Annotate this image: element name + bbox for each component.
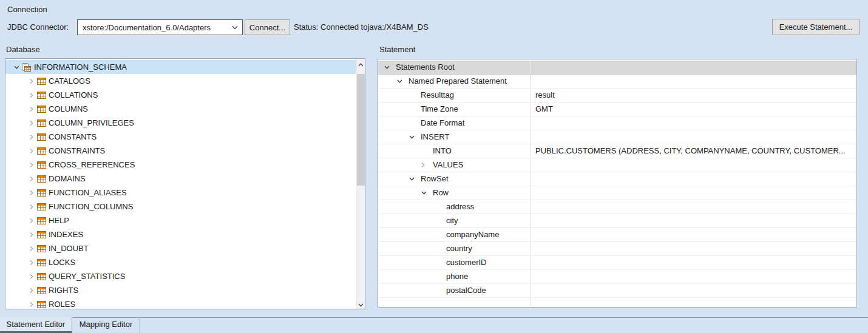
chevron-right-icon[interactable] (30, 134, 33, 140)
chevron-down-icon[interactable] (421, 191, 427, 195)
chevron-down-icon[interactable] (384, 66, 390, 69)
statement-row-name[interactable]: Time Zone (378, 103, 531, 116)
statement-row-name[interactable]: postalCode (378, 284, 531, 297)
statement-row-name[interactable]: country (378, 242, 531, 255)
chevron-right-icon[interactable] (30, 246, 33, 251)
table-icon (37, 92, 46, 99)
tab-statement-editor[interactable]: Statement Editor (0, 317, 72, 333)
tab-mapping-editor[interactable]: Mapping Editor (72, 317, 140, 333)
scrollbar-down-button[interactable] (357, 299, 365, 309)
database-tree-item[interactable]: COLUMN_PRIVILEGES (5, 116, 356, 130)
chevron-right-icon[interactable] (30, 190, 33, 195)
connect-button[interactable]: Connect... (245, 19, 290, 35)
chevron-right-icon[interactable] (30, 162, 33, 167)
database-tree-item[interactable]: CONSTRAINTS (5, 144, 356, 158)
statement-row-name[interactable]: RowSet (378, 172, 531, 186)
database-tree-item[interactable]: DOMAINS (5, 172, 356, 186)
statement-row-name[interactable]: Named Prepared Statement (378, 75, 531, 88)
execute-statement-button[interactable]: Execute Statement... (772, 19, 860, 35)
chevron-right-icon[interactable] (30, 148, 33, 153)
database-tree-item[interactable]: CONSTANTS (5, 130, 356, 144)
statement-row: address (378, 200, 856, 214)
table-icon (37, 217, 46, 224)
statement-row: Resulttagresult (378, 89, 856, 103)
statement-row-name[interactable]: customerID (378, 256, 531, 269)
statement-row-name[interactable]: Row (378, 186, 531, 200)
chevron-right-icon[interactable] (30, 218, 33, 223)
jdbc-connector-select[interactable]: xstore:/Documentation_6.0/Adapters (77, 19, 243, 35)
chevron-right-icon[interactable] (30, 78, 33, 84)
database-scrollbar[interactable] (356, 59, 365, 309)
scrollbar-up-button[interactable] (357, 59, 365, 69)
database-tree-item[interactable]: HELP (5, 214, 356, 227)
statement-row-label: VALUES (378, 158, 530, 172)
chevron-right-icon[interactable] (421, 163, 425, 168)
tree-item-label: CONSTRAINTS (5, 144, 356, 158)
database-tree-item[interactable]: CROSS_REFERENCES (5, 158, 356, 172)
database-tree-item[interactable]: LOCKS (5, 255, 356, 269)
statement-row-name[interactable]: Date Format (378, 116, 531, 130)
chevron-right-icon[interactable] (30, 274, 33, 279)
chevron-right-icon[interactable] (30, 106, 33, 112)
database-tree-item[interactable]: IN_DOUBT (5, 241, 356, 255)
tree-item-label: IN_DOUBT (5, 241, 356, 255)
statement-row-value[interactable] (531, 284, 856, 297)
database-tree-item[interactable]: INDEXES (5, 227, 356, 241)
chevron-down-icon[interactable] (409, 177, 415, 181)
statement-row-name[interactable]: city (378, 214, 531, 227)
chevron-right-icon[interactable] (30, 232, 33, 237)
database-tree-item[interactable]: RIGHTS (5, 283, 356, 297)
database-tree-item[interactable]: COLUMNS (5, 102, 356, 116)
chevron-right-icon[interactable] (30, 260, 33, 265)
statement-row-label: Date Format (378, 116, 530, 130)
statement-row: Row (378, 186, 856, 200)
database-tree-item[interactable]: INFORMATION_SCHEMA (5, 60, 356, 74)
statement-row-value[interactable] (531, 186, 856, 200)
statement-row-value[interactable] (531, 256, 856, 269)
chevron-right-icon[interactable] (30, 288, 33, 293)
statement-row-name[interactable]: Resulttag (378, 89, 531, 102)
chevron-right-icon[interactable] (30, 176, 33, 181)
chevron-right-icon[interactable] (30, 301, 33, 307)
statement-row-label: Statements Root (378, 61, 530, 74)
statement-row-label: Time Zone (378, 103, 530, 116)
statement-row-value[interactable] (531, 200, 856, 214)
statement-row-value[interactable] (531, 172, 856, 186)
database-tree-item[interactable]: FUNCTION_COLUMNS (5, 200, 356, 214)
database-tree-item[interactable]: CATALOGS (5, 74, 356, 88)
statement-row-value[interactable] (531, 130, 856, 144)
statement-row-value[interactable] (531, 242, 856, 255)
chevron-down-icon[interactable] (397, 79, 402, 83)
statement-row-value[interactable] (531, 61, 856, 74)
statement-row-value[interactable] (531, 214, 856, 227)
statement-row-value[interactable]: result (531, 89, 856, 102)
chevron-right-icon[interactable] (30, 204, 33, 209)
database-tree-item[interactable]: QUERY_STATISTICS (5, 269, 356, 283)
tab-strip-border (72, 317, 868, 318)
table-icon (37, 189, 46, 197)
statement-row-name[interactable]: phone (378, 270, 531, 283)
statement-row-name[interactable]: VALUES (378, 158, 531, 172)
statement-row-name[interactable]: Statements Root (378, 61, 531, 74)
statement-row-value[interactable] (531, 116, 856, 130)
statement-row-value[interactable] (531, 158, 856, 172)
statement-tree-table: Statements RootNamed Prepared StatementR… (378, 59, 856, 307)
chevron-right-icon[interactable] (30, 120, 33, 126)
chevron-right-icon[interactable] (30, 92, 33, 98)
statement-row-name[interactable]: INTO (378, 144, 531, 158)
statement-row-value[interactable] (531, 270, 856, 283)
scrollbar-thumb[interactable] (357, 74, 365, 186)
chevron-down-icon[interactable] (409, 135, 415, 139)
statement-row-value[interactable] (531, 228, 856, 241)
statement-row-name[interactable]: companyName (378, 228, 531, 241)
chevron-down-icon[interactable] (14, 66, 19, 69)
statement-filler-row (378, 298, 856, 306)
statement-row-name[interactable]: address (378, 200, 531, 214)
statement-row-name[interactable]: INSERT (378, 130, 531, 144)
database-tree-item[interactable]: COLLATIONS (5, 88, 356, 102)
database-tree-item[interactable]: FUNCTION_ALIASES (5, 186, 356, 200)
database-tree-item[interactable]: ROLES (5, 297, 356, 309)
statement-row-value[interactable]: PUBLIC.CUSTOMERS (ADDRESS, CITY, COMPANY… (531, 144, 856, 158)
statement-row-value[interactable]: GMT (531, 103, 856, 116)
statement-row-value[interactable] (531, 75, 856, 88)
